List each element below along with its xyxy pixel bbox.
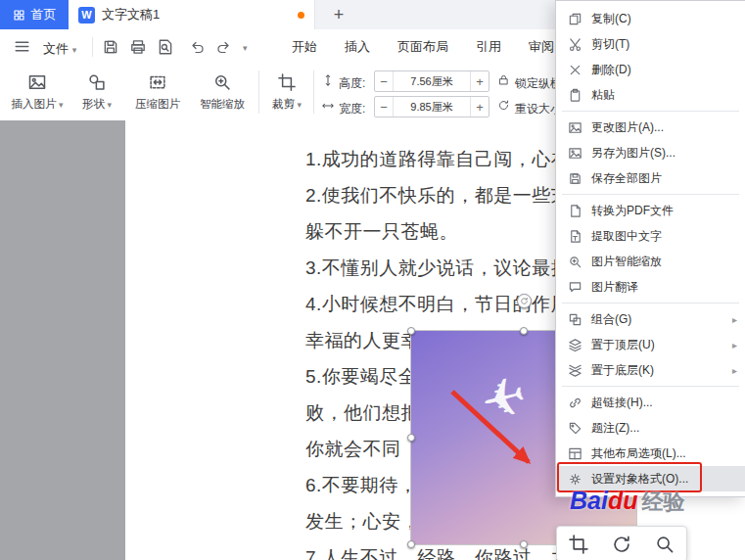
divider	[258, 70, 259, 114]
submenu-arrow-icon: ▸	[732, 340, 737, 350]
menu-item-change-picture[interactable]: 更改图片(A)...	[556, 115, 745, 140]
height-stepper: − 7.56厘米 +	[374, 70, 489, 92]
menu-item-cut[interactable]: 剪切(T)	[556, 31, 745, 57]
save-as-picture-icon	[568, 146, 582, 161]
smart-zoom-button[interactable]: 智能缩放	[192, 70, 253, 115]
lock-aspect-icon	[497, 73, 510, 86]
menu-item-label: 保存全部图片	[591, 170, 662, 187]
hamburger-menu-icon[interactable]	[14, 38, 30, 55]
menu-item-send-to-back[interactable]: 置于底层(K) ▸	[556, 357, 745, 383]
menu-separator	[562, 194, 739, 195]
menu-item-label: 粘贴	[591, 87, 615, 104]
menu-item-label: 另存为图片(S)...	[591, 145, 675, 162]
shapes-label: 形状 ▾	[82, 97, 112, 112]
print-preview-icon[interactable]	[157, 38, 174, 56]
save-all-pictures-icon	[568, 171, 582, 186]
rotate-handle[interactable]	[517, 294, 532, 308]
menu-item-label: 提取图中文字	[591, 228, 662, 245]
menu-item-label: 删除(D)	[591, 62, 631, 78]
width-increase-button[interactable]: +	[471, 97, 489, 117]
menu-item-paste[interactable]: 粘贴	[556, 82, 745, 108]
width-decrease-button[interactable]: −	[375, 97, 393, 117]
hyperlink-icon	[568, 396, 582, 410]
airplane-image: ✈	[475, 363, 533, 434]
tab-page-layout[interactable]: 页面布局	[397, 38, 448, 56]
more-commands-icon[interactable]: ▾	[243, 43, 248, 53]
file-menu[interactable]: 文件 ▾	[43, 40, 76, 58]
group-icon	[568, 312, 582, 327]
menu-item-copy[interactable]: 复制(C)	[556, 6, 745, 31]
menu-item-label: 组合(G)	[591, 311, 631, 328]
resize-handle-top-left[interactable]	[407, 327, 415, 335]
menu-item-save-all-pictures[interactable]: 保存全部图片	[556, 165, 745, 191]
tab-reference[interactable]: 引用	[476, 38, 501, 56]
menu-item-picture-smart-zoom[interactable]: 图片智能缩放	[556, 249, 745, 274]
menu-separator	[562, 386, 739, 387]
wps-writer-icon: W	[78, 7, 95, 23]
picture-smart-zoom-icon	[568, 255, 582, 269]
undo-icon[interactable]	[190, 39, 206, 55]
rotate-tool-icon[interactable]	[611, 534, 632, 555]
menu-item-group[interactable]: 组合(G) ▸	[556, 306, 745, 332]
resize-handle-middle-left[interactable]	[407, 434, 415, 442]
document-tab[interactable]: W 文字文稿1	[69, 0, 315, 29]
document-text-line: 5.你要竭尽全	[305, 364, 417, 390]
menu-item-save-as-picture[interactable]: 另存为图片(S)...	[556, 140, 745, 165]
chevron-down-icon: ▾	[72, 45, 77, 55]
document-text-line: 发生；心安，	[305, 509, 420, 535]
menu-item-caption[interactable]: 题注(Z)...	[556, 415, 745, 441]
menu-item-label: 题注(Z)...	[591, 420, 639, 437]
redo-icon[interactable]	[215, 39, 231, 55]
unsaved-dot-icon	[298, 12, 304, 19]
height-increase-button[interactable]: +	[471, 71, 489, 91]
compress-picture-button[interactable]: 压缩图片	[127, 70, 188, 115]
new-tab-button[interactable]: +	[325, 2, 352, 27]
width-icon	[321, 99, 335, 113]
home-tab[interactable]: 首页	[0, 0, 69, 29]
resize-handle-top-center[interactable]	[520, 327, 528, 335]
tab-review[interactable]: 审阅	[529, 38, 554, 56]
save-icon[interactable]	[102, 38, 119, 56]
crop-icon	[277, 72, 297, 92]
print-icon[interactable]	[129, 38, 147, 56]
menu-item-delete[interactable]: 删除(D)	[556, 57, 745, 82]
paste-icon	[568, 88, 582, 103]
chevron-down-icon: ▾	[295, 100, 302, 110]
menu-item-extract-text[interactable]: 提取图中文字	[556, 223, 745, 249]
crop-tool-icon[interactable]	[568, 534, 589, 555]
crop-button[interactable]: 裁剪 ▾	[264, 70, 309, 115]
smart-zoom-label: 智能缩放	[200, 97, 245, 112]
menu-item-label: 复制(C)	[591, 11, 631, 27]
document-text-line: 6.不要期待，	[305, 473, 417, 498]
resize-handle-bottom-left[interactable]	[407, 540, 415, 548]
zoom-tool-icon[interactable]	[654, 534, 675, 555]
document-tab-title: 文字文稿1	[102, 6, 160, 23]
menu-item-hyperlink[interactable]: 超链接(H)...	[556, 390, 745, 415]
insert-picture-button[interactable]: 插入图片 ▾	[6, 70, 69, 115]
scissors-icon	[568, 37, 582, 52]
menu-item-picture-translate[interactable]: 图片翻译	[556, 274, 745, 300]
chevron-down-icon: ▾	[105, 100, 112, 110]
shapes-button[interactable]: 形状 ▾	[74, 70, 119, 115]
document-text-line: 躲不开一只苍蝇。	[305, 219, 458, 245]
tab-start[interactable]: 开始	[292, 38, 317, 56]
resize-handle-bottom-center[interactable]	[520, 540, 528, 548]
submenu-arrow-icon: ▸	[732, 314, 737, 325]
home-grid-icon	[13, 9, 25, 22]
menu-item-bring-to-front[interactable]: 置于顶层(U) ▸	[556, 332, 745, 357]
menu-item-label: 置于底层(K)	[591, 362, 654, 379]
change-picture-icon	[568, 120, 582, 135]
smart-zoom-icon	[212, 72, 232, 92]
watermark-bai: Bai	[570, 487, 608, 514]
menu-item-label: 图片智能缩放	[591, 254, 662, 270]
caption-icon	[568, 421, 582, 436]
home-tab-label: 首页	[31, 6, 57, 23]
height-value[interactable]: 7.56厘米	[393, 71, 471, 91]
height-decrease-button[interactable]: −	[375, 71, 393, 91]
compress-picture-icon	[148, 72, 167, 92]
menu-item-convert-to-pdf[interactable]: 转换为PDF文件	[556, 198, 745, 223]
bring-to-front-icon	[568, 338, 582, 352]
tab-insert[interactable]: 插入	[345, 38, 370, 56]
rotate-icon	[520, 297, 529, 305]
width-value[interactable]: 9.85厘米	[393, 97, 471, 117]
